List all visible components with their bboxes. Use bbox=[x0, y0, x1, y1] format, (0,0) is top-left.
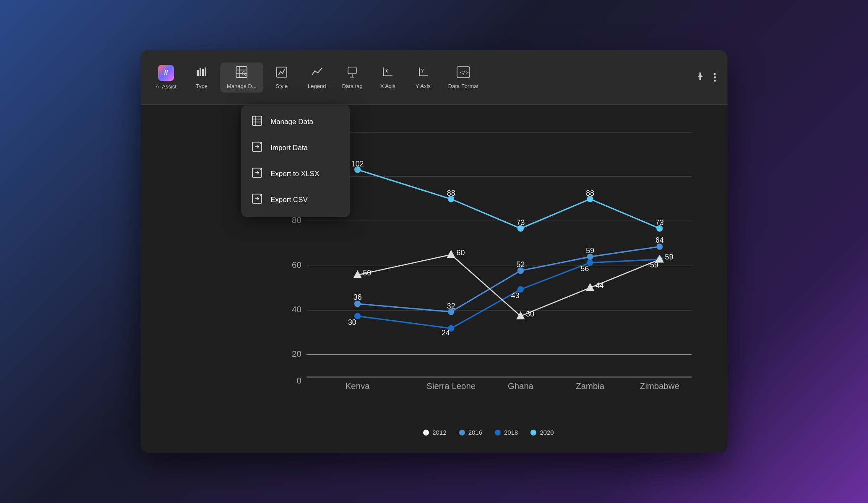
import-data-icon bbox=[251, 142, 263, 154]
toolbar-item-style[interactable]: Style bbox=[265, 62, 299, 93]
content-area: Manage Data Import Data Export to XLSX E… bbox=[140, 105, 728, 453]
svg-text:43: 43 bbox=[511, 291, 520, 300]
legend-label-2016: 2016 bbox=[468, 429, 482, 436]
legend-label-2018: 2018 bbox=[504, 429, 518, 436]
style-label: Style bbox=[275, 83, 288, 89]
dropdown-item-manage-data[interactable]: Manage Data bbox=[241, 109, 350, 135]
manage-data-icon bbox=[235, 66, 248, 80]
legend-dot-2018 bbox=[495, 430, 501, 436]
data-tag-icon bbox=[346, 66, 359, 80]
toolbar-item-legend[interactable]: Legend bbox=[300, 62, 334, 93]
svg-text:60: 60 bbox=[292, 260, 301, 270]
import-data-label: Import Data bbox=[270, 144, 308, 152]
toolbar-item-manage-data[interactable]: Manage D... bbox=[220, 62, 263, 93]
svg-text:30: 30 bbox=[348, 318, 356, 327]
style-icon bbox=[275, 66, 288, 80]
export-xlsx-label: Export to XLSX bbox=[270, 170, 319, 178]
svg-text:88: 88 bbox=[447, 189, 455, 197]
y-axis-label: Y Axis bbox=[416, 83, 431, 89]
svg-text:56: 56 bbox=[581, 264, 589, 273]
svg-text:40: 40 bbox=[292, 305, 301, 314]
svg-text:20: 20 bbox=[292, 349, 301, 358]
toolbar-item-x-axis[interactable]: X Axis bbox=[371, 62, 405, 93]
legend-icon bbox=[311, 66, 323, 80]
svg-text:Sierra Leone: Sierra Leone bbox=[426, 381, 476, 389]
manage-data-dropdown-icon bbox=[251, 116, 263, 128]
svg-rect-4 bbox=[236, 67, 247, 78]
svg-text:Y: Y bbox=[421, 69, 424, 73]
svg-rect-2 bbox=[202, 69, 204, 76]
toolbar-item-type[interactable]: Type bbox=[185, 62, 218, 93]
svg-text:</>: </> bbox=[460, 70, 469, 75]
svg-text:30: 30 bbox=[526, 310, 534, 318]
svg-text:50: 50 bbox=[363, 269, 371, 277]
chart-legend: 2012 2016 2018 2020 bbox=[275, 429, 702, 436]
svg-text:Zambia: Zambia bbox=[576, 381, 605, 389]
legend-dot-2012 bbox=[423, 430, 429, 436]
export-xlsx-icon bbox=[251, 168, 263, 180]
svg-text:102: 102 bbox=[351, 160, 364, 168]
ai-assist-icon: // bbox=[158, 65, 174, 81]
x-axis-label: X Axis bbox=[380, 83, 395, 89]
type-icon bbox=[195, 66, 208, 80]
dropdown-item-export-csv[interactable]: Export CSV bbox=[241, 187, 350, 213]
svg-text:73: 73 bbox=[655, 218, 664, 227]
svg-text:73: 73 bbox=[517, 218, 525, 227]
data-tag-label: Data tag bbox=[342, 83, 363, 89]
data-format-label: Data Format bbox=[448, 83, 478, 89]
legend-label: Legend bbox=[308, 83, 326, 89]
svg-rect-3 bbox=[205, 67, 206, 76]
app-window: // AI Assist Type Manage D... Style bbox=[140, 50, 728, 453]
svg-rect-9 bbox=[277, 67, 287, 77]
more-options-button[interactable] bbox=[710, 70, 719, 85]
manage-data-dropdown-label: Manage Data bbox=[270, 118, 313, 126]
svg-text:Zimbabwe: Zimbabwe bbox=[640, 381, 679, 389]
toolbar-item-data-tag[interactable]: Data tag bbox=[335, 62, 369, 93]
data-format-icon: </> bbox=[456, 66, 470, 80]
legend-dot-2016 bbox=[459, 430, 465, 436]
chart-area: 120 100 80 60 40 20 0 Kenya Sierra Leone… bbox=[140, 105, 728, 453]
svg-text:59: 59 bbox=[586, 246, 594, 255]
ai-assist-label: AI Assist bbox=[156, 83, 177, 90]
svg-rect-21 bbox=[252, 116, 262, 125]
legend-item-2016: 2016 bbox=[459, 429, 482, 436]
legend-item-2020: 2020 bbox=[530, 429, 554, 436]
type-label: Type bbox=[196, 83, 208, 89]
svg-text:64: 64 bbox=[655, 236, 664, 244]
legend-dot-2020 bbox=[530, 430, 536, 436]
legend-label-2012: 2012 bbox=[432, 429, 446, 436]
svg-marker-79 bbox=[447, 250, 455, 258]
svg-rect-0 bbox=[197, 70, 199, 76]
pin-button[interactable] bbox=[692, 68, 708, 87]
y-axis-icon: Y bbox=[417, 66, 429, 80]
toolbar-item-ai-assist[interactable]: // AI Assist bbox=[149, 62, 183, 93]
svg-text:Kenya: Kenya bbox=[346, 381, 370, 389]
svg-text:60: 60 bbox=[457, 249, 465, 257]
dropdown-menu: Manage Data Import Data Export to XLSX E… bbox=[241, 105, 350, 217]
dropdown-item-import-data[interactable]: Import Data bbox=[241, 135, 350, 161]
legend-item-2012: 2012 bbox=[423, 429, 446, 436]
svg-text:36: 36 bbox=[353, 293, 362, 301]
x-axis-icon bbox=[382, 66, 394, 80]
toolbar-item-data-format[interactable]: </> Data Format bbox=[442, 62, 485, 93]
svg-text:88: 88 bbox=[586, 189, 594, 197]
svg-text:52: 52 bbox=[517, 260, 525, 269]
svg-text:0: 0 bbox=[296, 376, 301, 385]
svg-rect-1 bbox=[200, 68, 201, 76]
dropdown-item-export-xlsx[interactable]: Export to XLSX bbox=[241, 161, 350, 187]
manage-data-label: Manage D... bbox=[227, 83, 257, 89]
legend-item-2018: 2018 bbox=[495, 429, 518, 436]
svg-text:44: 44 bbox=[595, 281, 604, 290]
export-csv-icon bbox=[251, 194, 263, 206]
toolbar-item-y-axis[interactable]: Y Y Axis bbox=[406, 62, 440, 93]
svg-text:32: 32 bbox=[447, 302, 455, 310]
export-csv-label: Export CSV bbox=[270, 196, 308, 204]
legend-label-2020: 2020 bbox=[540, 429, 554, 436]
svg-point-58 bbox=[354, 301, 361, 307]
svg-text:24: 24 bbox=[442, 329, 450, 337]
toolbar: // AI Assist Type Manage D... Style bbox=[140, 50, 728, 105]
svg-text:Ghana: Ghana bbox=[508, 381, 534, 389]
svg-text:59: 59 bbox=[665, 253, 673, 261]
